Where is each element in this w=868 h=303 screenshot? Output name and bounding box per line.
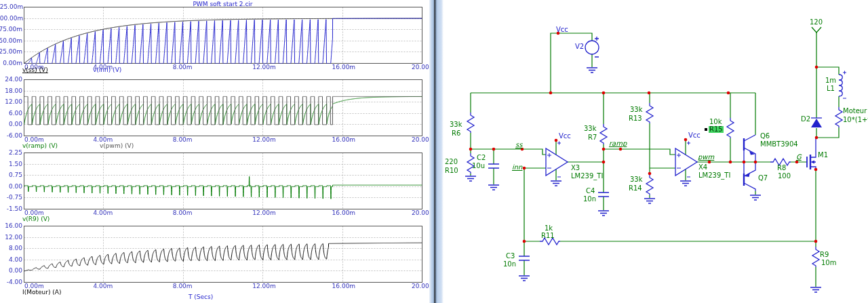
node-label-inn[interactable]: inn — [512, 164, 522, 171]
junction-dot — [727, 92, 730, 95]
transistor-q7-name[interactable]: Q7 — [758, 175, 768, 182]
junction-dot — [492, 148, 496, 151]
x-tick-label: 4.00m — [93, 210, 113, 216]
resistor-r6-name[interactable]: R6 — [452, 130, 460, 137]
node-label-ss[interactable]: ss — [515, 142, 522, 148]
node-label-120[interactable]: 120 — [810, 19, 823, 26]
capacitor-c2[interactable] — [488, 164, 499, 168]
transistor-q6[interactable] — [744, 135, 755, 162]
mosfet-m1[interactable] — [807, 138, 816, 169]
capacitor-c4[interactable] — [598, 193, 609, 197]
capacitor-c3-value[interactable]: 10n — [503, 261, 516, 268]
resistor-r10-value[interactable]: 220 — [445, 159, 458, 165]
resistor-r13-value[interactable]: 33k — [630, 106, 643, 113]
resistor-r6-value[interactable]: 33k — [450, 121, 462, 128]
x-tick-label: 12.00m — [252, 64, 276, 70]
source-v2-name[interactable]: V2 — [575, 43, 584, 50]
capacitor-c4-name[interactable]: C4 — [586, 188, 595, 195]
x-tick-label: 8.00m — [173, 210, 193, 216]
node-label-pwm[interactable]: pwm — [698, 154, 714, 161]
x-tick-label: 16.00m — [332, 210, 356, 216]
y-tick-label: 24.00 — [0, 77, 22, 83]
resistor-r7-name[interactable]: R7 — [588, 134, 597, 141]
junction-dot — [814, 168, 818, 171]
resistor-r14[interactable] — [646, 175, 653, 195]
y-tick-label: 16.00 — [0, 223, 22, 229]
capacitor-c3-name[interactable]: C3 — [506, 253, 515, 260]
resistor-r14-name[interactable]: R14 — [629, 185, 642, 192]
node-label-g[interactable]: G — [796, 154, 802, 161]
resistor-r6[interactable] — [467, 113, 474, 133]
selection-handle[interactable] — [705, 128, 707, 131]
capacitor-c4-value[interactable]: 10n — [583, 196, 596, 203]
junction-dot — [729, 161, 732, 164]
junction-dot — [602, 92, 606, 95]
junction-dot — [815, 66, 818, 69]
opamp-x3[interactable] — [546, 142, 568, 178]
resistor-r10-name[interactable]: R10 — [445, 167, 458, 174]
resistor-r15-name[interactable]: R15 — [709, 126, 724, 133]
inductor-l1-name[interactable]: L1 — [827, 85, 835, 92]
opamp-x4[interactable] — [675, 142, 697, 178]
x-tick-label: 8.00m — [173, 137, 193, 143]
x-tick-label: 12.00m — [252, 283, 276, 289]
transistor-q6-name[interactable]: Q6 — [760, 133, 770, 140]
resistor-r11-name[interactable]: R11 — [541, 233, 555, 239]
opamp-x4-name[interactable]: X4 — [698, 164, 707, 171]
app-window: PWM soft start 2.cir T (Secs) 125.00m100… — [0, 0, 868, 303]
resistor-r11-value[interactable]: 1k — [545, 225, 553, 232]
opamp-x3-model[interactable]: LM239_TI — [571, 173, 603, 180]
resistor-r9-value[interactable]: 10m — [821, 260, 836, 266]
y-tick-label: 25.00m — [0, 49, 22, 55]
y-tick-label: 1.50 — [0, 161, 22, 167]
transistor-q7[interactable] — [744, 162, 755, 191]
resistor-r9[interactable] — [812, 247, 819, 267]
capacitor-c2-value[interactable]: 10u — [472, 163, 485, 169]
opamp-x4-model[interactable]: LM239_TI — [698, 172, 730, 179]
y-tick-label: 2.25 — [0, 150, 22, 156]
y-tick-label: 75.00m — [0, 26, 22, 33]
motor-resistor-moteur[interactable] — [835, 107, 842, 127]
y-tick-label: -4.00 — [0, 279, 22, 285]
y-tick-label: 0.00m — [0, 60, 22, 66]
node-label-vcc-x3[interactable]: Vcc — [559, 133, 571, 140]
opamp-x3-name[interactable]: X3 — [571, 165, 580, 171]
resistor-r8-name[interactable]: R8 — [777, 165, 786, 171]
panel-divider[interactable] — [429, 0, 443, 303]
mosfet-m1-name[interactable]: M1 — [818, 152, 828, 159]
y-tick-label: 100.00m — [0, 16, 22, 22]
y-tick-label: 125.00m — [0, 4, 22, 10]
junction-dot — [602, 161, 606, 164]
inductor-l1[interactable] — [839, 71, 846, 99]
motor-name[interactable]: Moteur — [843, 108, 867, 115]
junction-dot — [708, 161, 711, 164]
y-tick-label: 18.00 — [0, 88, 22, 94]
resistor-r7-value[interactable]: 33k — [584, 125, 597, 132]
resistor-r15-value[interactable]: 10k — [709, 119, 722, 125]
resistor-r13-name[interactable]: R13 — [629, 115, 642, 122]
ground-symbols[interactable] — [465, 68, 821, 292]
motor-value[interactable]: 10*(1+t — [843, 117, 868, 123]
transistor-q6-model[interactable]: MMBT3904 — [760, 141, 798, 148]
offpage-connector-120 — [812, 27, 821, 33]
junction-dot — [743, 161, 746, 164]
resistor-r14-value[interactable]: 33k — [630, 176, 643, 183]
y-tick-label: -6.00 — [0, 133, 22, 139]
diode-d2-name[interactable]: D2 — [801, 116, 810, 123]
y-tick-label: 6.00 — [0, 110, 22, 117]
waveform-plots-canvas[interactable] — [0, 0, 436, 303]
resistor-r13[interactable] — [646, 103, 653, 123]
resistor-r15[interactable] — [727, 118, 734, 138]
inductor-l1-value[interactable]: 1m — [825, 77, 836, 84]
capacitor-c3[interactable] — [519, 256, 530, 260]
x-tick-label: 4.00m — [93, 283, 113, 289]
node-label-vcc-x4[interactable]: Vcc — [688, 132, 701, 139]
resistor-r7[interactable] — [600, 124, 607, 144]
resistor-r9-name[interactable]: R9 — [820, 251, 829, 258]
diode-d2[interactable] — [811, 118, 822, 127]
resistor-r8-value[interactable]: 100 — [778, 173, 791, 180]
node-label-vcc-v2[interactable]: Vcc — [556, 26, 568, 33]
capacitor-c2-name[interactable]: C2 — [477, 155, 486, 161]
y-tick-label: 4.00 — [0, 257, 22, 263]
node-label-ramp[interactable]: ramp — [609, 140, 627, 147]
